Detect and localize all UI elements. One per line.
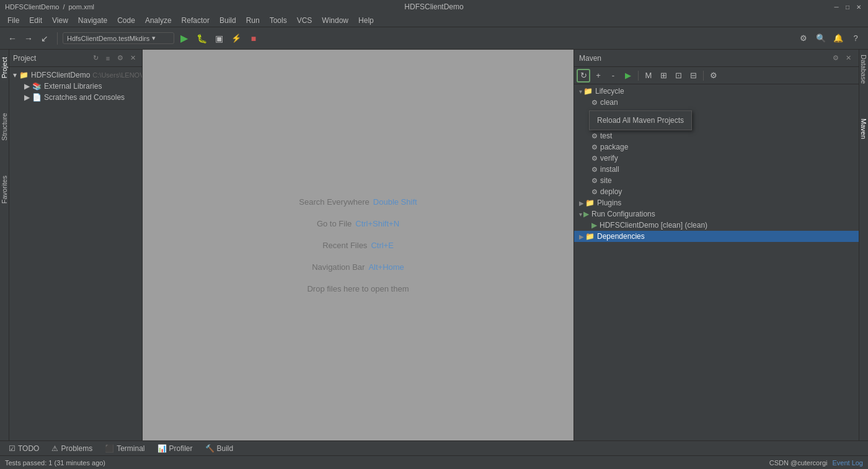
hide-icon[interactable]: ✕ — [127, 53, 138, 64]
menu-bar: File Edit View Navigate Code Analyze Ref… — [0, 14, 868, 27]
profile-button[interactable]: ⚡ — [229, 31, 244, 46]
maven-add-button[interactable]: + — [591, 69, 605, 83]
help-button[interactable]: ? — [848, 31, 863, 46]
reload-all-maven-projects-item[interactable]: Reload All Maven Projects — [590, 114, 691, 127]
left-tab-strip: Project Structure Favorites — [0, 50, 9, 440]
maven-skip-tests-btn[interactable]: M — [642, 69, 655, 83]
plugins-folder-icon: 📁 — [585, 199, 595, 207]
maven-settings-btn[interactable]: ⚙ — [707, 69, 720, 83]
test-label: test — [600, 132, 612, 140]
maven-settings-icon[interactable]: ⚙ — [830, 53, 841, 64]
install-label: install — [600, 165, 619, 174]
file-name[interactable]: pom.xml — [68, 3, 94, 11]
event-log-link[interactable]: Event Log — [832, 459, 863, 467]
search-button[interactable]: 🔍 — [813, 31, 828, 46]
database-tab[interactable]: Database — [859, 50, 868, 89]
problems-label: Problems — [61, 444, 92, 453]
sync-icon[interactable]: ↻ — [90, 53, 101, 64]
bottom-tab-problems[interactable]: ⚠ Problems — [45, 443, 99, 454]
structure-tab[interactable]: Structure — [0, 108, 9, 146]
project-name[interactable]: HDFSClientDemo — [5, 3, 59, 11]
run-config-item-label: HDFSClientDemo [clean] (clean) — [600, 221, 707, 230]
profiler-icon: 📊 — [157, 444, 167, 453]
maven-profiles-btn[interactable]: ⊞ — [657, 69, 670, 83]
maven-run-config-item[interactable]: ▶ HDFSClientDemo [clean] (clean) — [574, 220, 859, 231]
terminal-icon: ⬛ — [105, 444, 114, 453]
notifications-button[interactable]: 🔔 — [831, 31, 846, 46]
menu-window[interactable]: Window — [317, 15, 353, 26]
menu-code[interactable]: Code — [112, 15, 140, 26]
tree-item-scratches[interactable]: ▶ 📄 Scratches and Consoles — [9, 92, 142, 103]
settings-icon[interactable]: ⚙ — [115, 53, 126, 64]
menu-run[interactable]: Run — [241, 15, 265, 26]
maven-side-tab[interactable]: Maven — [859, 114, 868, 144]
tests-status: Tests passed: 1 (31 minutes ago) — [5, 459, 762, 467]
hint-recent-files: Recent Files Ctrl+E — [322, 241, 394, 250]
tree-label-scratches: Scratches and Consoles — [44, 93, 125, 102]
tree-item-external-libs[interactable]: ▶ 📚 External Libraries — [9, 81, 142, 92]
maven-collapse-btn[interactable]: ⊟ — [686, 69, 700, 83]
tree-label-root: HDFSClientDemo — [31, 71, 90, 79]
maven-plugins-section[interactable]: ▶ 📁 Plugins — [574, 197, 859, 208]
tree-item-root[interactable]: ▾ 📁 HDFSClientDemo C:\Users\LENOVO — [9, 69, 142, 81]
maven-run-configs-section[interactable]: ▾ ▶ Run Configurations — [574, 208, 859, 220]
stop-button[interactable]: ■ — [246, 31, 261, 46]
run-button[interactable]: ▶ — [177, 31, 192, 46]
maven-item-clean[interactable]: ⚙ clean — [574, 97, 859, 108]
menu-refactor[interactable]: Refactor — [177, 15, 215, 26]
bottom-tab-build[interactable]: 🔨 Build — [199, 443, 240, 454]
maven-item-package[interactable]: ⚙ package — [574, 141, 859, 153]
project-panel: Project ↻ ≡ ⚙ ✕ ▾ 📁 HDFSClientDemo C:\Us… — [9, 50, 143, 440]
plugins-label: Plugins — [597, 199, 621, 207]
minimize-button[interactable]: ─ — [832, 2, 841, 11]
title-bar: HDFSClientDemo / pom.xml HDFSClientDemo … — [0, 0, 868, 14]
favorites-tab[interactable]: Favorites — [0, 171, 9, 208]
menu-navigate[interactable]: Navigate — [73, 15, 112, 26]
hint-drop-files: Drop files here to open them — [307, 284, 409, 293]
maven-item-deploy[interactable]: ⚙ deploy — [574, 186, 859, 197]
todo-label: TODO — [18, 444, 39, 453]
main-layout: Project Structure Favorites Project ↻ ≡ … — [0, 50, 868, 440]
menu-view[interactable]: View — [47, 15, 73, 26]
bottom-tab-profiler[interactable]: 📊 Profiler — [151, 443, 199, 454]
maven-lifecycle-section[interactable]: ▾ 📁 Lifecycle — [574, 86, 859, 97]
recent-files-button[interactable]: ↙ — [37, 31, 52, 46]
maven-dependencies-section[interactable]: ▶ 📁 Dependencies — [574, 231, 859, 242]
maximize-button[interactable]: □ — [843, 2, 852, 11]
maven-tree: ▾ 📁 Lifecycle ⚙ clean ⚙ validate ⚙ compi… — [574, 84, 859, 440]
collapse-icon[interactable]: ≡ — [102, 53, 113, 64]
maven-run-button[interactable]: ▶ — [621, 69, 635, 83]
menu-vcs[interactable]: VCS — [292, 15, 317, 26]
maven-remove-button[interactable]: - — [606, 69, 620, 83]
menu-analyze[interactable]: Analyze — [140, 15, 177, 26]
hint-nav-text: Navigation Bar — [312, 262, 365, 272]
forward-button[interactable]: → — [21, 31, 36, 46]
close-button[interactable]: ✕ — [854, 2, 863, 11]
maven-close-icon[interactable]: ✕ — [843, 53, 854, 64]
menu-build[interactable]: Build — [215, 15, 241, 26]
menu-tools[interactable]: Tools — [265, 15, 292, 26]
status-bar: Tests passed: 1 (31 minutes ago) CSDN @c… — [0, 455, 868, 469]
coverage-button[interactable]: ▣ — [211, 31, 226, 46]
right-side-tabs: Database Maven — [859, 50, 868, 440]
maven-item-verify[interactable]: ⚙ verify — [574, 153, 859, 164]
debug-button[interactable]: 🐛 — [194, 31, 209, 46]
menu-file[interactable]: File — [2, 15, 24, 26]
maven-diagram-btn[interactable]: ⊡ — [671, 69, 685, 83]
menu-help[interactable]: Help — [353, 15, 379, 26]
back-button[interactable]: ← — [5, 31, 20, 46]
bottom-tab-todo[interactable]: ☑ TODO — [2, 443, 45, 454]
settings-button[interactable]: ⚙ — [796, 31, 811, 46]
menu-edit[interactable]: Edit — [24, 15, 47, 26]
tree-path: C:\Users\LENOVO — [92, 71, 142, 79]
project-tab[interactable]: Project — [0, 52, 9, 83]
maven-item-test[interactable]: ⚙ test — [574, 130, 859, 141]
hint-goto-text: Go to File — [317, 219, 352, 228]
verify-gear-icon: ⚙ — [591, 154, 598, 163]
bottom-tab-terminal[interactable]: ⬛ Terminal — [99, 443, 151, 454]
maven-reload-button[interactable]: ↻ — [577, 69, 590, 83]
maven-item-site[interactable]: ⚙ site — [574, 175, 859, 186]
run-config-selector[interactable]: HdfsClientDemo.testMkdirs ▾ — [63, 32, 174, 44]
hint-goto-key: Ctrl+Shift+N — [355, 219, 399, 228]
maven-item-install[interactable]: ⚙ install — [574, 164, 859, 175]
